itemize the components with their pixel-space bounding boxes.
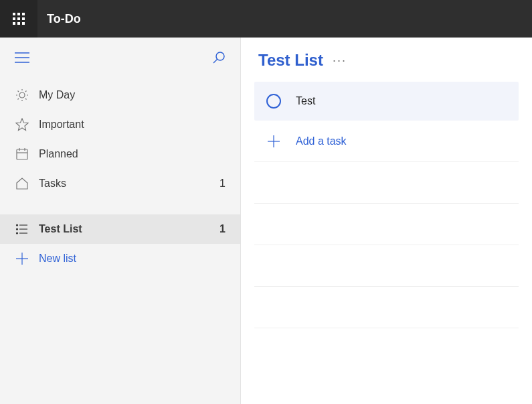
search-icon xyxy=(212,51,226,64)
svg-point-31 xyxy=(17,224,18,226)
sun-icon xyxy=(15,88,29,102)
sidebar-item-tasks[interactable]: Tasks 1 xyxy=(0,169,240,198)
app-header: To-Do xyxy=(0,0,532,38)
task-complete-checkbox[interactable] xyxy=(266,94,281,109)
list-icon xyxy=(15,222,29,236)
svg-line-19 xyxy=(18,91,19,92)
empty-row xyxy=(254,162,519,204)
app-body: My Day Important Planned xyxy=(0,38,532,404)
task-title: Test xyxy=(296,95,315,107)
sidebar-item-label: Test List xyxy=(39,223,219,235)
star-icon xyxy=(15,118,29,131)
sidebar-item-label: My Day xyxy=(39,89,226,101)
plus-icon xyxy=(15,253,29,265)
main-content: Test List ··· Test Add a task xyxy=(241,38,532,404)
svg-rect-0 xyxy=(13,13,15,15)
svg-rect-5 xyxy=(22,17,25,20)
sidebar-top xyxy=(0,38,240,80)
svg-rect-24 xyxy=(17,149,27,159)
empty-row xyxy=(254,204,519,245)
list-header: Test List ··· xyxy=(254,51,519,82)
sidebar-divider xyxy=(0,198,240,214)
svg-point-14 xyxy=(19,92,25,98)
svg-line-13 xyxy=(213,59,217,63)
svg-line-22 xyxy=(25,91,27,92)
sidebar-item-label: Tasks xyxy=(39,178,219,190)
task-row[interactable]: Test xyxy=(254,82,519,121)
hamburger-icon xyxy=(15,52,29,63)
ellipsis-icon: ··· xyxy=(333,54,347,67)
svg-rect-2 xyxy=(22,13,25,15)
sidebar-item-label: Planned xyxy=(39,148,226,160)
sidebar-item-important[interactable]: Important xyxy=(0,110,240,139)
svg-rect-1 xyxy=(17,13,20,15)
plus-icon xyxy=(266,135,281,147)
svg-rect-4 xyxy=(17,17,20,20)
svg-line-20 xyxy=(25,98,27,100)
sidebar-item-count: 1 xyxy=(219,223,226,235)
add-task-button[interactable]: Add a task xyxy=(254,121,519,162)
new-list-label: New list xyxy=(39,253,76,265)
svg-rect-7 xyxy=(17,22,20,25)
list-menu-button[interactable]: ··· xyxy=(333,54,347,68)
empty-row xyxy=(254,287,519,328)
sidebar-item-test-list[interactable]: Test List 1 xyxy=(0,214,240,244)
svg-line-21 xyxy=(18,98,19,100)
hamburger-button[interactable] xyxy=(15,52,29,66)
home-icon xyxy=(15,177,29,190)
empty-row xyxy=(254,245,519,287)
svg-rect-6 xyxy=(13,22,15,25)
sidebar-item-label: Important xyxy=(39,119,226,131)
app-title: To-Do xyxy=(47,12,81,26)
svg-point-33 xyxy=(17,232,18,234)
waffle-icon xyxy=(13,13,25,25)
svg-point-32 xyxy=(17,228,18,230)
app-launcher-button[interactable] xyxy=(0,0,37,38)
svg-rect-3 xyxy=(13,17,15,20)
add-task-label: Add a task xyxy=(296,135,347,147)
sidebar-item-count: 1 xyxy=(219,178,226,190)
svg-rect-8 xyxy=(22,22,25,25)
new-list-button[interactable]: New list xyxy=(0,244,240,273)
calendar-icon xyxy=(15,147,29,161)
list-title[interactable]: Test List xyxy=(258,51,323,70)
sidebar-item-my-day[interactable]: My Day xyxy=(0,80,240,110)
search-button[interactable] xyxy=(212,51,226,67)
sidebar-item-planned[interactable]: Planned xyxy=(0,139,240,169)
sidebar: My Day Important Planned xyxy=(0,38,241,404)
svg-marker-23 xyxy=(16,119,28,131)
